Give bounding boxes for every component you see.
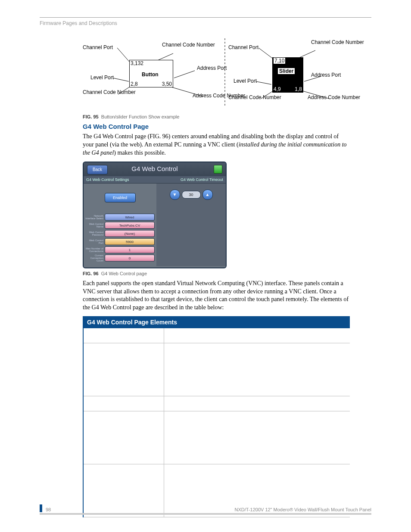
svg-line-0 (117, 48, 129, 62)
document-page: Firmware Pages and Descriptions (0, 0, 411, 532)
button-val-br: 3,50 (162, 81, 172, 87)
label-channel-code-br: Channel Code Number (228, 94, 281, 100)
section-heading-g4: G4 Web Control Page (83, 123, 350, 130)
table-row (83, 328, 350, 343)
paragraph-2: Each panel supports the open standard Vi… (83, 280, 350, 312)
button-caption: Button (142, 72, 159, 78)
svg-line-2 (113, 78, 129, 81)
header-rule (40, 17, 371, 18)
settings-row: Web Control Port5900 (85, 238, 155, 246)
settings-row-label: Web Control Port (85, 239, 105, 244)
g4-subheader: G4 Web Control Settings G4 Web Control T… (84, 176, 226, 184)
settings-row-label: Network Interface Select (85, 215, 105, 220)
header-breadcrumb: Firmware Pages and Descriptions (40, 20, 371, 26)
timeout-control: ▼ 30 ▲ (156, 190, 226, 200)
enabled-toggle[interactable]: Enabled (105, 193, 136, 202)
table-row (83, 411, 350, 464)
main-content: Channel Port Channel Code Number x Addre… (83, 38, 350, 517)
slider-caption: Slider (278, 68, 295, 74)
figure-96-text: G4 Web Control page (101, 271, 147, 276)
elements-table: G4 Web Control Page Elements (83, 316, 350, 517)
status-indicator-icon (214, 165, 222, 174)
footer-accent (40, 504, 42, 512)
figure-95-caption: FIG. 95 Button/slider Function Show exam… (83, 114, 350, 119)
g4-web-control-screenshot: Back G4 Web Control G4 Web Control Setti… (83, 162, 227, 268)
label-channel-code-l: Channel Code Number (162, 42, 215, 48)
back-button[interactable]: Back (87, 165, 108, 174)
figure-95-label: FIG. 95 (83, 114, 99, 119)
timeout-value: 30 (182, 191, 201, 199)
figure-95-diagram: Channel Port Channel Code Number x Addre… (83, 38, 350, 112)
settings-row-value[interactable]: 5900 (105, 238, 155, 245)
svg-line-7 (258, 48, 272, 58)
settings-row-value[interactable]: Wired (105, 214, 155, 221)
para1-post: ) makes this possible. (114, 149, 166, 156)
settings-row-label: Max Number of Connections (85, 247, 105, 252)
button-val-bl: 2,8 (131, 81, 138, 87)
timeout-up-button[interactable]: ▲ (202, 190, 213, 200)
figure-96-caption: FIG. 96 G4 Web Control page (83, 271, 350, 276)
paragraph-1: The G4 Web Control page (FIG. 96) center… (83, 133, 350, 157)
settings-row: Max Number of Connections1 (85, 246, 155, 254)
button-val-tl: 3,132 (131, 60, 143, 66)
settings-row-label: Web Control Name (85, 223, 105, 228)
settings-row-value[interactable]: 0 (105, 255, 155, 261)
slider-val-tl: 7,10 (274, 58, 285, 64)
settings-row-value[interactable]: (None) (105, 230, 155, 237)
figure-96-label: FIG. 96 (83, 271, 99, 276)
button-example-box: 3,132 Button 2,8 3,50 (129, 60, 173, 87)
settings-row-label: Current Connection Count (85, 254, 105, 262)
diagram-lines (83, 38, 350, 112)
sub-left: G4 Web Control Settings (84, 176, 155, 184)
label-channel-code-bl: Channel Code Number (83, 89, 136, 95)
sub-right: G4 Web Control Timeout (155, 176, 226, 184)
settings-row: Web Control Password(None) (85, 230, 155, 237)
table-title: G4 Web Control Page Elements (83, 317, 350, 328)
label-address-code-r: Address Code Number (308, 94, 360, 100)
label-channel-code-r: Channel Code Number (311, 39, 364, 45)
settings-row: Web Control NameTechPubs CV (85, 222, 155, 229)
table-row (83, 396, 350, 411)
settings-row-value[interactable]: 1 (105, 246, 155, 253)
slider-val-bl: 4,9 (274, 86, 281, 92)
footer-doc-title: NXD/T-1200V 12" Modero® Video Wall/Flush… (234, 507, 371, 512)
svg-line-9 (256, 81, 271, 84)
settings-row-value[interactable]: TechPubs CV (105, 222, 155, 229)
svg-line-4 (174, 71, 195, 78)
settings-rows: Network Interface SelectWiredWeb Control… (85, 214, 155, 262)
table-row (83, 343, 350, 396)
settings-row: Current Connection Count0 (85, 255, 155, 262)
label-address-port-r: Address Port (311, 72, 341, 78)
slider-val-br: 1,8 (295, 86, 302, 92)
label-channel-port-l: Channel Port (83, 44, 113, 50)
page-footer: 98 NXD/T-1200V 12" Modero® Video Wall/Fl… (40, 504, 371, 515)
g4-titlebar: Back G4 Web Control (84, 162, 226, 176)
label-address-port-l: Address Port (197, 65, 227, 71)
label-channel-port-r: Channel Port (228, 44, 258, 50)
settings-row: Network Interface SelectWired (85, 214, 155, 221)
settings-row-label: Web Control Password (85, 231, 105, 236)
slider-example-box: 7,10 Slider 4,9 1,8 (272, 57, 303, 93)
timeout-down-button[interactable]: ▼ (170, 190, 180, 200)
page-number: 98 (46, 507, 51, 512)
label-level-port-r: Level Port (234, 78, 257, 84)
figure-95-text: Button/slider Function Show example (101, 114, 180, 119)
label-level-port-l: Level Port (90, 75, 114, 81)
